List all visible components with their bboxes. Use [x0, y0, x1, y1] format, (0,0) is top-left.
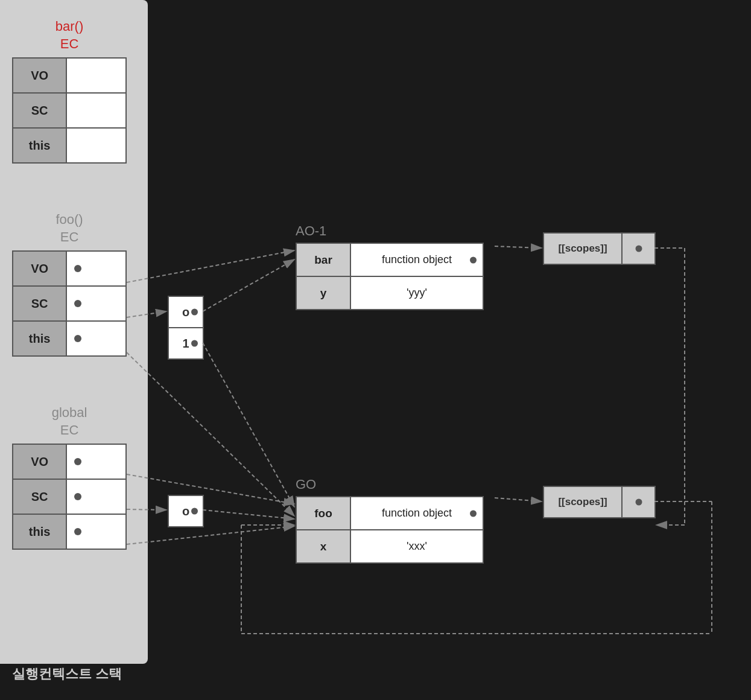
foo-vo-row: VO — [13, 251, 126, 286]
global-this-row: this — [13, 514, 126, 549]
foo-vo-to-ao1-arrow — [127, 250, 294, 282]
bottom-label: 실행컨텍스트 스택 — [12, 665, 122, 683]
scopes2-box: [[scopes]] — [543, 486, 656, 518]
foo-this-dot — [74, 335, 81, 342]
go-x-row: x 'xxx' — [296, 530, 483, 563]
foo-this-row: this — [13, 321, 126, 356]
foo-vo-value — [66, 251, 126, 286]
scopes1-table: [[scopes]] — [543, 232, 656, 265]
go-foo-row: foo function object — [296, 497, 483, 530]
global-vo-value — [66, 444, 126, 479]
go-title: GO — [296, 477, 484, 492]
small-o-to-ao1-arrow — [203, 259, 294, 311]
foo-this-to-go-arrow — [127, 352, 294, 516]
ao1-bar-val: function object — [350, 243, 483, 276]
foo-ec-table: VO SC this — [12, 250, 127, 357]
scopes1-val — [622, 233, 655, 264]
ao1-y-val: 'yyy' — [350, 276, 483, 310]
global-sc-dot — [74, 493, 81, 500]
global-vo-to-go-arrow — [127, 474, 294, 504]
small-box-o-dot — [191, 309, 198, 316]
bar-sc-value — [66, 93, 126, 128]
global-vo-row: VO — [13, 444, 126, 479]
ao1-y-row: y 'yyy' — [296, 276, 483, 310]
bar-this-value — [66, 128, 126, 163]
global-sc-row: SC — [13, 479, 126, 514]
scopes2-dot — [635, 499, 642, 506]
bar-ec-block: bar() EC VO SC this — [12, 18, 127, 164]
foo-sc-small-box: o 1 — [168, 296, 204, 360]
global-sc-label: SC — [13, 479, 66, 514]
ao1-bar-row: bar function object — [296, 243, 483, 276]
foo-this-label: this — [13, 321, 66, 356]
bar-vo-label: VO — [13, 58, 66, 93]
bar-sc-label: SC — [13, 93, 66, 128]
small-box-global-o-cell: o — [168, 495, 203, 527]
small-box-1-dot — [191, 340, 198, 347]
go-foo-dot — [470, 510, 477, 517]
global-vo-label: VO — [13, 444, 66, 479]
bar-this-row: this — [13, 128, 126, 163]
ao1-bar-dot — [470, 256, 477, 263]
small-box-global-o-dot — [191, 508, 198, 515]
bar-sc-row: SC — [13, 93, 126, 128]
scopes2-val — [622, 486, 655, 518]
scopes2-table: [[scopes]] — [543, 486, 656, 518]
global-ec-title: global EC — [12, 404, 127, 439]
ao1-title: AO-1 — [296, 223, 484, 239]
foo-sc-label: SC — [13, 286, 66, 321]
scopes2-label: [[scopes]] — [543, 486, 622, 518]
bar-vo-value — [66, 58, 126, 93]
small-1-to-go-arrow — [203, 343, 294, 507]
bar-ec-table: VO SC this — [12, 57, 127, 164]
global-this-dot — [74, 528, 81, 535]
small-box-1-cell: 1 — [168, 328, 203, 359]
global-this-value — [66, 514, 126, 549]
go-foo-to-scopes2-arrow — [495, 498, 542, 501]
global-sc-value — [66, 479, 126, 514]
foo-sc-dot — [74, 300, 81, 307]
foo-sc-row: SC — [13, 286, 126, 321]
global-vo-dot — [74, 458, 81, 465]
go-x-val: 'xxx' — [350, 530, 483, 563]
go-table: foo function object x 'xxx' — [296, 496, 484, 564]
foo-vo-label: VO — [13, 251, 66, 286]
go-foo-val: function object — [350, 497, 483, 530]
global-this-label: this — [13, 514, 66, 549]
ao1-table: bar function object y 'yyy' — [296, 243, 484, 310]
bar-this-label: this — [13, 128, 66, 163]
global-this-to-go-arrow — [127, 526, 294, 544]
ao1-block: AO-1 bar function object y 'yyy' — [296, 223, 484, 310]
global-ec-table: VO SC this — [12, 444, 127, 550]
scopes1-box: [[scopes]] — [543, 232, 656, 265]
global-ec-block: global EC VO SC this — [12, 404, 127, 550]
global-sc-small-box: o — [168, 495, 204, 527]
ao1-bar-to-scopes1-arrow — [495, 246, 542, 248]
small-global-o-to-go-arrow — [203, 510, 294, 519]
foo-ec-title: foo() EC — [12, 211, 127, 246]
foo-vo-dot — [74, 265, 81, 272]
go-block: GO foo function object x 'xxx' — [296, 477, 484, 564]
go-foo-key: foo — [296, 497, 350, 530]
ao1-bar-key: bar — [296, 243, 350, 276]
scopes1-dot — [635, 246, 642, 252]
bar-ec-title: bar() EC — [12, 18, 127, 52]
scopes1-label: [[scopes]] — [543, 233, 622, 264]
small-box-o-cell: o — [168, 296, 203, 328]
bar-vo-row: VO — [13, 58, 126, 93]
ao1-y-key: y — [296, 276, 350, 310]
foo-sc-value — [66, 286, 126, 321]
foo-this-value — [66, 321, 126, 356]
foo-ec-block: foo() EC VO SC this — [12, 211, 127, 357]
go-x-key: x — [296, 530, 350, 563]
